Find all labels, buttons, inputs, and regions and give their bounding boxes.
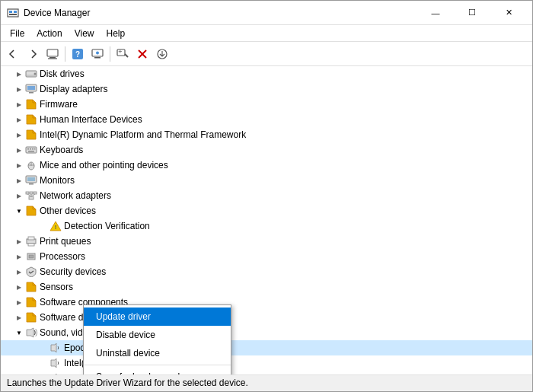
tree-item-intel-thermal[interactable]: ▶ Intel(R) Dynamic Platform and Thermal … xyxy=(1,127,532,142)
tree-item-display-adapters[interactable]: ▶ Display adapters xyxy=(1,81,532,97)
tree-item-epocca[interactable]: ▶ EpocCa... xyxy=(1,340,532,355)
menu-action[interactable]: Action xyxy=(30,27,68,40)
security-devices-icon xyxy=(25,266,37,278)
expand-hid[interactable]: ▶ xyxy=(13,113,25,126)
expand-software-devices[interactable]: ▶ xyxy=(13,311,25,323)
expand-network[interactable]: ▶ xyxy=(13,190,25,202)
network-label: Network adapters xyxy=(40,190,111,201)
detection-label: Detection Verification xyxy=(64,221,150,231)
svg-rect-1 xyxy=(9,11,12,13)
svg-marker-52 xyxy=(51,359,56,368)
tree-item-security-devices[interactable]: ▶ Security devices xyxy=(1,264,532,279)
title-bar: Device Manager — ☐ ✕ xyxy=(1,1,532,25)
expand-sound-video[interactable]: ▼ xyxy=(13,327,25,339)
display-adapters-label: Display adapters xyxy=(40,84,107,94)
tree-item-detection-verification[interactable]: ▶ ! Detection Verification xyxy=(1,218,532,234)
context-menu-uninstall-device[interactable]: Uninstall device xyxy=(84,344,231,362)
svg-rect-36 xyxy=(29,196,34,199)
other-devices-icon xyxy=(25,205,37,217)
close-button[interactable]: ✕ xyxy=(491,5,526,21)
svg-rect-5 xyxy=(49,57,56,59)
status-text: Launches the Update Driver Wizard for th… xyxy=(7,378,248,388)
keyboards-icon xyxy=(25,144,37,156)
expand-software-components[interactable]: ▶ xyxy=(13,296,25,308)
svg-point-10 xyxy=(96,51,99,54)
tree-item-software-devices[interactable]: ▶ Software devices xyxy=(1,310,532,325)
window-controls: — ☐ ✕ xyxy=(418,5,526,21)
svg-marker-51 xyxy=(51,343,56,352)
sensors-icon xyxy=(25,281,37,293)
sensors-label: Sensors xyxy=(40,282,73,292)
context-menu-update-driver[interactable]: Update driver xyxy=(84,308,231,326)
security-devices-label: Security devices xyxy=(40,266,106,277)
expand-disk-drives[interactable]: ▶ xyxy=(13,68,25,80)
context-menu-scan-changes[interactable]: Scan for hardware changes xyxy=(84,368,231,374)
expand-monitors[interactable]: ▶ xyxy=(13,174,25,186)
minimize-button[interactable]: — xyxy=(418,5,453,21)
expand-display-adapters[interactable]: ▶ xyxy=(13,83,25,95)
svg-rect-46 xyxy=(28,237,34,240)
expand-sensors[interactable]: ▶ xyxy=(13,281,25,293)
mice-label: Mice and other pointing devices xyxy=(40,160,168,171)
remove-button[interactable] xyxy=(133,45,152,63)
svg-rect-38 xyxy=(34,192,37,194)
tree-item-sound-video[interactable]: ▼ Sound, video and game controllers xyxy=(1,325,532,340)
svg-marker-53 xyxy=(51,374,56,374)
tree-item-network[interactable]: ▶ Network adapters xyxy=(1,188,532,203)
software-components-icon xyxy=(25,296,37,308)
add-button[interactable]: + xyxy=(113,45,132,63)
content-area: ▶ Disk drives ▶ Display adapters ▶ xyxy=(1,66,532,374)
tree-item-disk-drives[interactable]: ▶ Disk drives xyxy=(1,66,532,81)
help-button[interactable]: ? xyxy=(69,45,87,63)
svg-rect-22 xyxy=(27,86,35,90)
svg-rect-28 xyxy=(34,148,36,150)
expand-other-devices[interactable]: ▼ xyxy=(13,205,25,217)
menu-help[interactable]: Help xyxy=(101,27,132,40)
tree-item-monitors[interactable]: ▶ Monitors xyxy=(1,173,532,188)
computer-button[interactable] xyxy=(43,45,62,63)
svg-rect-29 xyxy=(28,151,34,152)
tree-item-firmware[interactable]: ▶ Firmware xyxy=(1,97,532,112)
menu-file[interactable]: File xyxy=(4,27,30,40)
display-adapters-icon xyxy=(25,83,37,95)
toolbar-sep-1 xyxy=(65,46,65,62)
svg-rect-49 xyxy=(29,255,34,258)
svg-rect-3 xyxy=(9,14,17,15)
tree-item-processors[interactable]: ▶ Processors xyxy=(1,249,532,264)
forward-button[interactable] xyxy=(24,45,42,63)
maximize-button[interactable]: ☐ xyxy=(455,5,490,21)
svg-rect-23 xyxy=(29,92,34,94)
expand-intel-thermal[interactable]: ▶ xyxy=(13,129,25,141)
firmware-icon xyxy=(25,98,37,110)
context-menu-disable-device[interactable]: Disable device xyxy=(84,326,231,344)
tree-item-kinoni[interactable]: ▶ Kinoni A... xyxy=(1,371,532,374)
tree-item-software-components[interactable]: ▶ Software components xyxy=(1,295,532,310)
tree-item-intel-r[interactable]: ▶ Intel(R)... xyxy=(1,355,532,371)
disk-drives-label: Disk drives xyxy=(40,69,85,79)
svg-rect-4 xyxy=(47,49,58,56)
software-devices-icon xyxy=(25,311,37,323)
expand-print-queues[interactable]: ▶ xyxy=(13,235,25,247)
svg-rect-39 xyxy=(30,192,33,194)
tree-item-hid[interactable]: ▶ Human Interface Devices xyxy=(1,112,532,127)
expand-firmware[interactable]: ▶ xyxy=(13,98,25,110)
tree-item-print-queues[interactable]: ▶ Print queues xyxy=(1,234,532,249)
expand-security-devices[interactable]: ▶ xyxy=(13,266,25,278)
tree-item-mice[interactable]: ▶ Mice and other pointing devices xyxy=(1,158,532,173)
monitors-label: Monitors xyxy=(40,175,75,186)
print-queues-label: Print queues xyxy=(40,236,91,247)
tree-item-other-devices[interactable]: ▼ Other devices xyxy=(1,203,532,218)
back-button[interactable] xyxy=(4,45,22,63)
expand-keyboards[interactable]: ▶ xyxy=(13,144,25,156)
menu-view[interactable]: View xyxy=(69,27,101,40)
svg-rect-24 xyxy=(26,147,37,153)
monitor-button[interactable] xyxy=(88,45,107,63)
svg-rect-35 xyxy=(29,183,34,185)
expand-mice[interactable]: ▶ xyxy=(13,159,25,171)
expand-processors[interactable]: ▶ xyxy=(13,250,25,263)
download-button[interactable] xyxy=(153,45,171,63)
tree-item-sensors[interactable]: ▶ Sensors xyxy=(1,279,532,295)
tree-item-keyboards[interactable]: ▶ Keyboards xyxy=(1,142,532,158)
tree-panel[interactable]: ▶ Disk drives ▶ Display adapters ▶ xyxy=(1,66,532,374)
disk-drives-icon xyxy=(25,68,37,80)
